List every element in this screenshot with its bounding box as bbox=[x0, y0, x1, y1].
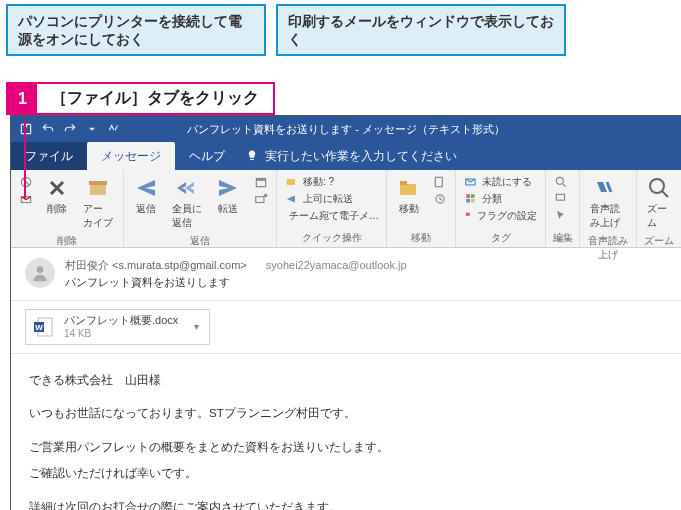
group-quicksteps: 移動: ? 上司に転送 チーム宛て電子メ… クイック操作 bbox=[277, 170, 387, 247]
quickstep-move[interactable]: 移動: ? bbox=[283, 174, 380, 190]
word-doc-icon: W bbox=[32, 315, 56, 339]
window-title: パンフレット資料をお送りします - メッセージ（テキスト形式） bbox=[187, 122, 505, 137]
mark-unread-button[interactable]: 未読にする bbox=[462, 174, 539, 190]
meeting-button[interactable] bbox=[252, 174, 270, 190]
group-zoom-label: ズーム bbox=[643, 234, 675, 248]
move-button[interactable]: 移動 bbox=[393, 174, 425, 218]
tab-help[interactable]: ヘルプ bbox=[175, 142, 239, 170]
more-respond-button[interactable] bbox=[252, 191, 270, 207]
group-tags-label: タグ bbox=[462, 231, 539, 245]
archive-button[interactable]: アー カイブ bbox=[79, 174, 117, 232]
svg-rect-25 bbox=[556, 195, 564, 201]
save-icon[interactable] bbox=[19, 122, 33, 136]
callout-prep-window: 印刷するメールをウィンドウで表示しておく bbox=[276, 4, 566, 56]
zoom-button[interactable]: ズーム bbox=[643, 174, 675, 232]
followup-button[interactable]: フラグの設定 bbox=[462, 208, 539, 224]
tell-me-placeholder: 実行したい作業を入力してください bbox=[265, 148, 457, 165]
reply-button[interactable]: 返信 bbox=[130, 174, 162, 218]
lightbulb-icon bbox=[245, 149, 259, 163]
attachment-name: パンフレット概要.docx bbox=[64, 314, 178, 327]
quickstep-to-manager[interactable]: 上司に転送 bbox=[283, 191, 380, 207]
archive-label: アー カイブ bbox=[83, 202, 113, 230]
svg-rect-12 bbox=[287, 179, 295, 185]
related-button[interactable] bbox=[552, 191, 570, 207]
attachment-size: 14 KB bbox=[64, 328, 178, 340]
delete-button[interactable]: 削除 bbox=[41, 174, 73, 218]
body-line: ご営業用パンフレットの概要をまとめた資料をお送りいたします。 bbox=[29, 437, 663, 459]
svg-point-28 bbox=[37, 267, 44, 274]
step-callout-1: 1 ［ファイル］タブをクリック bbox=[6, 82, 275, 115]
message-header: 村田俊介 <s.murata.stp@gmail.com> syohei22ya… bbox=[11, 248, 681, 301]
ribbon: 削除 アー カイブ 削除 返信 全員 bbox=[11, 170, 681, 248]
tab-message[interactable]: メッセージ bbox=[87, 142, 175, 170]
svg-rect-6 bbox=[89, 181, 107, 185]
svg-point-11 bbox=[264, 194, 268, 198]
svg-text:W: W bbox=[35, 323, 43, 332]
delete-label: 削除 bbox=[47, 202, 67, 216]
zoom-label: ズーム bbox=[647, 202, 671, 230]
svg-rect-9 bbox=[256, 179, 265, 181]
customize-qat-icon[interactable] bbox=[85, 122, 99, 136]
svg-rect-19 bbox=[466, 195, 470, 199]
group-speech: 音声読 み上げ 音声読み上げ bbox=[580, 170, 637, 247]
group-quicksteps-label: クイック操作 bbox=[283, 231, 380, 245]
svg-rect-10 bbox=[256, 197, 264, 203]
attachment-item[interactable]: W パンフレット概要.docx 14 KB ▾ bbox=[25, 309, 210, 344]
callout-prep-printer: パソコンにプリンターを接続して電源をオンにしておく bbox=[6, 4, 266, 56]
forward-label: 転送 bbox=[218, 202, 238, 216]
group-respond-label: 返信 bbox=[130, 234, 270, 248]
svg-rect-2 bbox=[250, 159, 254, 160]
reply-all-label: 全員に 返信 bbox=[172, 202, 202, 230]
group-zoom: ズーム ズーム bbox=[637, 170, 681, 247]
find-button[interactable] bbox=[552, 174, 570, 190]
ribbon-tabs: ファイル メッセージ ヘルプ 実行したい作業を入力してください bbox=[11, 142, 681, 170]
forward-button[interactable]: 転送 bbox=[212, 174, 244, 218]
ignore-button[interactable] bbox=[17, 174, 35, 190]
junk-button[interactable] bbox=[17, 191, 35, 207]
svg-rect-21 bbox=[466, 199, 470, 203]
undo-icon[interactable] bbox=[41, 122, 55, 136]
group-move-label: 移動 bbox=[393, 231, 449, 245]
body-line: ご確認いただければ幸いです。 bbox=[29, 463, 663, 485]
select-button[interactable] bbox=[552, 208, 570, 224]
group-editing-label: 編集 bbox=[552, 231, 573, 245]
redo-icon[interactable] bbox=[63, 122, 77, 136]
read-aloud-label: 音声読 み上げ bbox=[590, 202, 620, 230]
move-label: 移動 bbox=[399, 202, 419, 216]
svg-point-26 bbox=[650, 179, 664, 193]
svg-rect-22 bbox=[471, 199, 475, 203]
svg-point-23 bbox=[556, 178, 563, 185]
svg-rect-15 bbox=[400, 181, 407, 185]
reply-all-button[interactable]: 全員に 返信 bbox=[168, 174, 206, 232]
body-line: いつもお世話になっております。STプランニング村田です。 bbox=[29, 403, 663, 425]
attachments-area: W パンフレット概要.docx 14 KB ▾ bbox=[11, 301, 681, 353]
svg-rect-14 bbox=[400, 184, 416, 195]
read-aloud-button[interactable]: 音声読 み上げ bbox=[586, 174, 624, 232]
to-field: syohei22yamaca@outlook.jp bbox=[266, 259, 407, 271]
message-body: できる株式会社 山田様 いつもお世話になっております。STプランニング村田です。… bbox=[11, 354, 681, 510]
svg-line-27 bbox=[662, 191, 668, 197]
group-tags: 未読にする 分類 フラグの設定 タグ bbox=[456, 170, 546, 247]
body-line: できる株式会社 山田様 bbox=[29, 370, 663, 392]
from-field: 村田俊介 <s.murata.stp@gmail.com> bbox=[65, 259, 247, 271]
title-bar: パンフレット資料をお送りします - メッセージ（テキスト形式） bbox=[11, 116, 681, 142]
svg-line-24 bbox=[563, 184, 566, 187]
rules-button[interactable] bbox=[431, 174, 449, 190]
reply-label: 返信 bbox=[136, 202, 156, 216]
pointer-line bbox=[24, 120, 26, 198]
subject-field: パンフレット資料をお送りします bbox=[65, 275, 667, 290]
tell-me-search[interactable]: 実行したい作業を入力してください bbox=[245, 148, 457, 165]
quickstep-team-email[interactable]: チーム宛て電子メ… bbox=[283, 208, 380, 224]
tab-file[interactable]: ファイル bbox=[11, 142, 87, 170]
svg-rect-20 bbox=[471, 195, 475, 199]
quick-access-toolbar bbox=[11, 122, 129, 136]
svg-rect-16 bbox=[435, 178, 442, 187]
chevron-down-icon[interactable]: ▾ bbox=[194, 321, 199, 332]
categorize-button[interactable]: 分類 bbox=[462, 191, 539, 207]
group-editing: 編集 bbox=[546, 170, 580, 247]
step-text: ［ファイル］タブをクリック bbox=[37, 84, 273, 113]
touch-mode-icon[interactable] bbox=[107, 122, 121, 136]
actions-button[interactable] bbox=[431, 191, 449, 207]
svg-rect-7 bbox=[90, 185, 106, 195]
group-respond: 返信 全員に 返信 転送 返信 bbox=[124, 170, 277, 247]
